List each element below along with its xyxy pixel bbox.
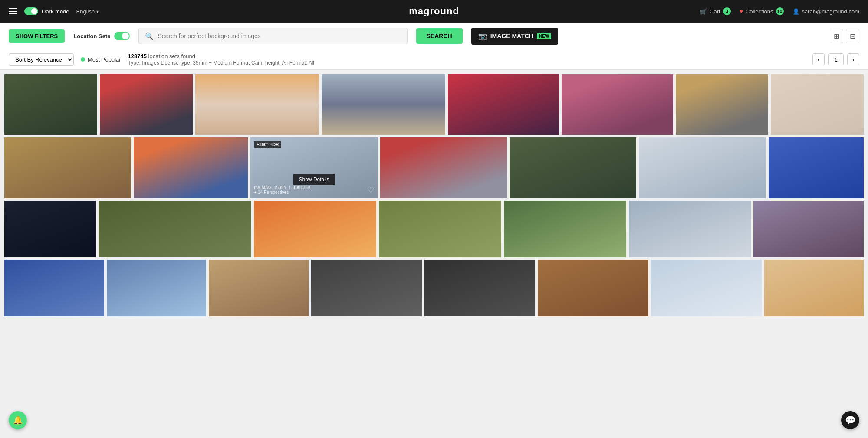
- cart-button[interactable]: 🛒 Cart 3: [700, 7, 731, 15]
- site-logo: maground: [409, 6, 459, 17]
- gallery-item[interactable]: [209, 260, 309, 316]
- gallery-item[interactable]: [764, 260, 864, 316]
- gallery-item[interactable]: [322, 74, 445, 135]
- sub-navigation: SHOW FILTERS Location Sets 🔍 SEARCH 📷 IM…: [0, 23, 868, 49]
- user-email: sarah@maground.com: [802, 8, 859, 15]
- favorite-heart-icon[interactable]: ♡: [367, 185, 374, 195]
- list-view-button[interactable]: ⊟: [846, 29, 859, 43]
- gallery-item[interactable]: [676, 74, 769, 135]
- collections-label: Collections: [746, 8, 773, 15]
- most-popular-label: Most Popular: [88, 56, 121, 63]
- dark-mode-switch[interactable]: [24, 7, 38, 15]
- gallery-item[interactable]: [504, 201, 626, 257]
- filter-cam-height: Cam. height: All: [251, 60, 288, 66]
- prev-page-button[interactable]: ‹: [812, 53, 825, 65]
- green-dot-icon: [81, 57, 85, 62]
- most-popular-button[interactable]: Most Popular: [81, 56, 121, 63]
- gallery-item[interactable]: [4, 260, 104, 316]
- view-toggle-group: ⊞ ⊟: [830, 29, 859, 43]
- result-info: 128745 location sets found Type: Images …: [128, 53, 314, 66]
- search-bar: 🔍: [138, 28, 408, 44]
- language-selector[interactable]: English: [76, 8, 99, 15]
- gallery-item[interactable]: [753, 201, 864, 257]
- gallery-item[interactable]: [254, 201, 376, 257]
- image-match-button[interactable]: 📷 IMAGE MATCH NEW: [471, 28, 559, 45]
- pagination-controls: ‹ ›: [812, 53, 859, 65]
- gallery-item[interactable]: [4, 137, 131, 198]
- gallery-item[interactable]: [448, 74, 559, 135]
- gallery-item[interactable]: [651, 260, 762, 316]
- gallery-item[interactable]: [629, 201, 751, 257]
- topnav-left: Dark mode English: [9, 7, 99, 15]
- gallery-item[interactable]: [134, 137, 248, 198]
- search-button[interactable]: SEARCH: [416, 28, 463, 44]
- gallery-item[interactable]: [538, 260, 648, 316]
- grid-view-button[interactable]: ⊞: [830, 29, 843, 43]
- gallery-item[interactable]: [311, 260, 422, 316]
- sort-select[interactable]: Sort By Relevance: [9, 53, 74, 66]
- location-sets-label: Location Sets: [73, 33, 110, 39]
- gallery-item[interactable]: [380, 137, 507, 198]
- cart-icon: 🛒: [700, 8, 707, 15]
- gallery-item[interactable]: [639, 137, 766, 198]
- topnav-right: 🛒 Cart 3 ♥ Collections 10 👤 sarah@magrou…: [700, 7, 859, 15]
- gallery-item[interactable]: [424, 260, 535, 316]
- filter-format: Format: All: [289, 60, 314, 66]
- gallery-item[interactable]: [195, 74, 319, 135]
- result-count: 128745: [128, 53, 147, 59]
- filter-bar: Sort By Relevance Most Popular 128745 lo…: [0, 49, 868, 70]
- location-sets-toggle[interactable]: [114, 32, 130, 40]
- gallery-item[interactable]: [769, 137, 864, 198]
- item-meta: ma-MAG_15354_1_1001359+ 14 Perspectives: [254, 185, 310, 195]
- gallery-item[interactable]: [510, 137, 636, 198]
- gallery-item[interactable]: [100, 74, 193, 135]
- dark-mode-toggle[interactable]: Dark mode: [24, 7, 69, 15]
- user-account-button[interactable]: 👤 sarah@maground.com: [792, 8, 859, 15]
- gallery-item[interactable]: [107, 260, 207, 316]
- user-icon: 👤: [792, 8, 799, 15]
- search-icon: 🔍: [145, 32, 154, 40]
- gallery-item[interactable]: [99, 201, 251, 257]
- cart-label: Cart: [710, 8, 720, 15]
- show-details-overlay[interactable]: Show Details: [293, 174, 335, 185]
- collections-count-badge: 10: [776, 7, 784, 15]
- filter-type: Type: Images: [128, 60, 159, 66]
- hdr-badge: +360° HDR: [254, 141, 281, 148]
- gallery-row-4: [4, 260, 864, 316]
- camera-icon: 📷: [478, 32, 487, 40]
- collections-button[interactable]: ♥ Collections 10: [740, 7, 784, 15]
- gallery-item[interactable]: [771, 74, 864, 135]
- image-gallery: +360° HDRShow Detailsma-MAG_15354_1_1001…: [0, 70, 868, 323]
- cart-count-badge: 3: [723, 7, 731, 15]
- page-number-input[interactable]: [828, 53, 844, 65]
- next-page-button[interactable]: ›: [847, 53, 859, 65]
- top-navigation: Dark mode English maground 🛒 Cart 3 ♥ Co…: [0, 0, 868, 23]
- gallery-item[interactable]: [562, 74, 673, 135]
- gallery-item[interactable]: [4, 74, 97, 135]
- heart-icon: ♥: [740, 8, 743, 15]
- show-filters-button[interactable]: SHOW FILTERS: [9, 29, 65, 43]
- gallery-row-1: [4, 74, 864, 135]
- result-suffix: location sets found: [148, 53, 195, 59]
- hamburger-menu-icon[interactable]: [9, 8, 17, 14]
- new-badge: NEW: [537, 33, 551, 39]
- gallery-item[interactable]: [379, 201, 501, 257]
- gallery-row-3: [4, 201, 864, 257]
- filter-license: License type: 35mm + Medium Format: [161, 60, 250, 66]
- location-sets-toggle-group: Location Sets: [73, 32, 129, 40]
- gallery-item[interactable]: [4, 201, 96, 257]
- gallery-row-2: +360° HDRShow Detailsma-MAG_15354_1_1001…: [4, 137, 864, 198]
- search-input[interactable]: [158, 28, 401, 44]
- dark-mode-label: Dark mode: [42, 8, 69, 15]
- gallery-item[interactable]: +360° HDRShow Detailsma-MAG_15354_1_1001…: [250, 137, 377, 198]
- image-match-label: IMAGE MATCH: [490, 33, 533, 39]
